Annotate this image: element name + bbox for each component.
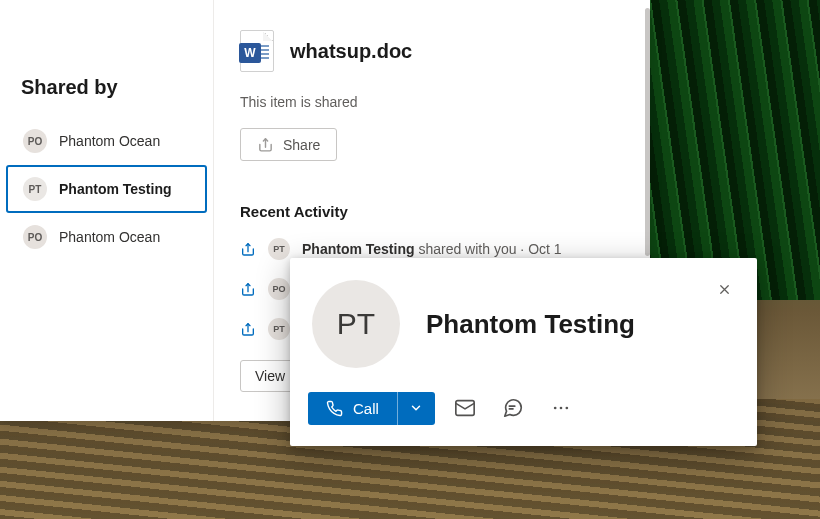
word-badge-letter: W bbox=[244, 46, 255, 60]
shared-icon bbox=[240, 321, 256, 337]
person-name: Phantom Testing bbox=[59, 181, 172, 197]
shared-by-sidebar: Shared by PO Phantom Ocean PT Phantom Te… bbox=[0, 0, 213, 421]
svg-point-3 bbox=[554, 407, 557, 410]
contact-name: Phantom Testing bbox=[426, 309, 635, 340]
sidebar-person-phantom-testing[interactable]: PT Phantom Testing bbox=[6, 165, 207, 213]
person-name: Phantom Ocean bbox=[59, 133, 160, 149]
contact-card: PT Phantom Testing Call bbox=[290, 258, 757, 446]
contact-actions: Call bbox=[308, 390, 579, 426]
avatar: PT bbox=[23, 177, 47, 201]
call-split-button: Call bbox=[308, 392, 435, 425]
file-header: W whatsup.doc bbox=[240, 30, 624, 72]
email-button[interactable] bbox=[447, 390, 483, 426]
avatar: PO bbox=[23, 225, 47, 249]
activity-row[interactable]: PT Phantom Testing shared with you · Oct… bbox=[240, 238, 624, 260]
contact-avatar: PT bbox=[312, 280, 400, 368]
svg-point-4 bbox=[560, 407, 563, 410]
word-document-icon: W bbox=[240, 30, 274, 72]
close-button[interactable] bbox=[709, 274, 739, 304]
recent-activity-heading: Recent Activity bbox=[240, 203, 624, 220]
close-icon bbox=[717, 282, 732, 297]
activity-text: Phantom Testing shared with you · Oct 1 bbox=[302, 241, 562, 257]
avatar: PT bbox=[268, 238, 290, 260]
more-icon bbox=[551, 398, 571, 418]
sidebar-person-phantom-ocean[interactable]: PO Phantom Ocean bbox=[6, 117, 207, 165]
sidebar-heading: Shared by bbox=[0, 76, 213, 117]
scrollbar[interactable] bbox=[645, 8, 650, 256]
sidebar-person-phantom-ocean-2[interactable]: PO Phantom Ocean bbox=[6, 213, 207, 261]
shared-status-text: This item is shared bbox=[240, 94, 624, 110]
chevron-down-icon bbox=[409, 401, 423, 415]
person-name: Phantom Ocean bbox=[59, 229, 160, 245]
share-icon bbox=[257, 136, 274, 153]
chat-icon bbox=[502, 397, 524, 419]
svg-point-5 bbox=[565, 407, 568, 410]
shared-icon bbox=[240, 281, 256, 297]
view-button-label: View bbox=[255, 368, 285, 384]
phone-icon bbox=[326, 400, 343, 417]
chat-button[interactable] bbox=[495, 390, 531, 426]
file-name: whatsup.doc bbox=[290, 40, 412, 63]
share-button[interactable]: Share bbox=[240, 128, 337, 161]
avatar: PO bbox=[268, 278, 290, 300]
call-button[interactable]: Call bbox=[308, 392, 397, 425]
avatar: PO bbox=[23, 129, 47, 153]
more-button[interactable] bbox=[543, 390, 579, 426]
avatar: PT bbox=[268, 318, 290, 340]
mail-icon bbox=[454, 397, 476, 419]
shared-icon bbox=[240, 241, 256, 257]
call-button-label: Call bbox=[353, 400, 379, 417]
share-button-label: Share bbox=[283, 137, 320, 153]
call-dropdown-button[interactable] bbox=[397, 392, 435, 425]
